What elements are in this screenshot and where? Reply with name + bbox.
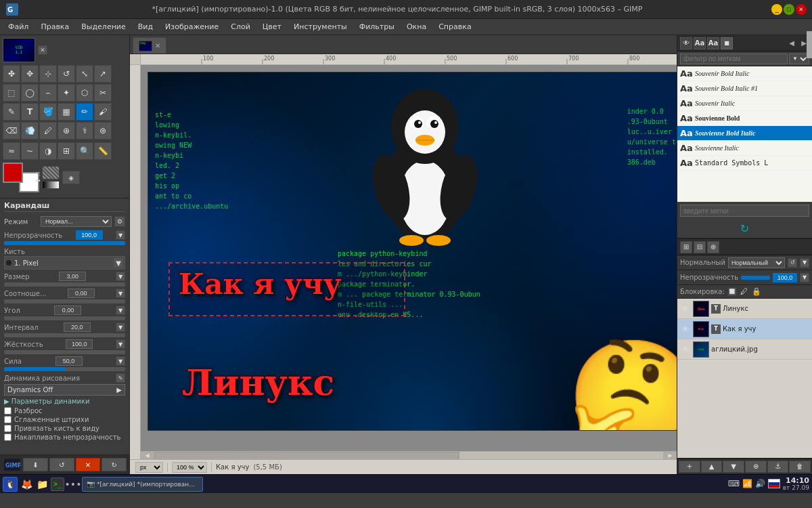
font-item-5-selected[interactable]: Aa Souvienne Bold Italic	[677, 126, 812, 141]
font-item-6[interactable]: Aa Souvienne Italic	[677, 141, 812, 156]
tool-ellipse-select[interactable]: ◯	[21, 84, 39, 102]
tool-blur[interactable]: ≈	[3, 142, 20, 160]
cb-attach[interactable]	[4, 425, 12, 432]
tray-icon-keyboard[interactable]: ⌨	[727, 479, 739, 488]
layer-opacity-btn[interactable]: ▼	[800, 273, 809, 282]
menu-layer[interactable]: Слой	[225, 21, 256, 33]
tool-eraser[interactable]: ⌫	[3, 122, 20, 140]
tool-scissors[interactable]: ✂	[94, 84, 112, 102]
taskbar-icon-terminal[interactable]: >_	[51, 478, 64, 491]
tool-fuzzy-select[interactable]: ✦	[58, 84, 75, 102]
ratio-btn[interactable]: ▼	[116, 289, 125, 298]
tool-airbrush[interactable]: 💨	[21, 122, 39, 140]
image-thumbnail[interactable]: VID1.1	[3, 38, 35, 62]
nav-btn-delete[interactable]: ✕	[76, 458, 101, 471]
close-button[interactable]: ✕	[796, 4, 807, 15]
menu-windows[interactable]: Окна	[401, 21, 432, 33]
nav-btn-3[interactable]: ↻	[102, 458, 127, 471]
layer-item-1[interactable]: 👁 Лин T Линукс	[677, 299, 812, 319]
font-item-2[interactable]: Aa Souvenir Bold Italic #1	[677, 81, 812, 96]
tool-dodge[interactable]: ◑	[39, 142, 57, 160]
tool-bucket[interactable]: 🪣	[39, 103, 57, 121]
swap-colors-icon[interactable]: ↔	[35, 177, 41, 184]
mode-extra-btn[interactable]: ⚙	[114, 216, 125, 227]
layer-raise-btn[interactable]: ▲	[701, 461, 723, 473]
reset-colors-icon[interactable]: ⬚	[35, 171, 41, 177]
nav-btn-2[interactable]: ↺	[49, 458, 74, 471]
tool-by-color[interactable]: ⬡	[76, 84, 93, 102]
menu-help[interactable]: Справка	[433, 21, 476, 33]
maximize-button[interactable]: □	[784, 4, 794, 15]
lock-icon-1[interactable]: 🔲	[727, 287, 737, 297]
lock-icon-3[interactable]: 🔒	[752, 287, 761, 297]
force-btn[interactable]: ▼	[116, 356, 125, 366]
menu-image[interactable]: Изображение	[160, 21, 224, 33]
tool-paths[interactable]: ✎	[3, 103, 20, 121]
thumbnail-close[interactable]: ✕	[38, 45, 47, 55]
refresh-btn[interactable]: ↻	[740, 222, 749, 235]
active-pattern[interactable]	[42, 166, 60, 179]
layer-eye-3[interactable]: 👁	[680, 344, 691, 355]
layer-mode-btn2[interactable]: ▼	[800, 258, 809, 268]
mode-select[interactable]: Нормал...	[41, 216, 112, 227]
unit-select[interactable]: px mm	[135, 462, 163, 473]
nav-btn-1[interactable]: ⬇	[23, 458, 48, 471]
layer-mode-btn[interactable]: ↺	[788, 258, 797, 268]
angle-input[interactable]	[54, 305, 81, 315]
tool-crop[interactable]: ⊹	[39, 65, 57, 83]
tag-input[interactable]	[680, 205, 809, 217]
layers-icon-1[interactable]: ⊞	[680, 241, 692, 253]
start-button[interactable]: 🐧	[3, 477, 18, 492]
layer-opacity-input[interactable]	[773, 273, 797, 282]
layers-icon-3[interactable]: ⊕	[707, 241, 719, 253]
tray-icon-volume[interactable]: 🔊	[755, 479, 765, 488]
menu-view[interactable]: Вид	[133, 21, 158, 33]
font-item-3[interactable]: Aa Souvenir Italic	[677, 96, 812, 111]
tool-extra-1[interactable]: ◈	[62, 171, 80, 184]
size-btn[interactable]: ▼	[116, 272, 125, 281]
tool-pencil[interactable]: ✏	[76, 103, 93, 121]
tray-icon-flag[interactable]	[768, 479, 780, 488]
tool-measure[interactable]: 📏	[94, 142, 112, 160]
canvas-work-area[interactable]: st-e lowing n-keybil. owing NEW n-keybi …	[141, 65, 677, 459]
menu-tools[interactable]: Инструменты	[288, 21, 353, 33]
tool-blend[interactable]: ▦	[58, 103, 75, 121]
size-input[interactable]: 3,00	[59, 272, 86, 281]
tool-lasso[interactable]: ⌢	[39, 84, 57, 102]
tab-close[interactable]: ✕	[155, 42, 160, 49]
menu-color[interactable]: Цвет	[257, 21, 287, 33]
brush-picker-icon[interactable]: ▼	[114, 258, 123, 268]
tool-move[interactable]: ✥	[21, 65, 39, 83]
dynamics-edit-btn[interactable]: ✎	[116, 373, 125, 383]
tool-perspective[interactable]: ⊛	[94, 122, 112, 140]
menu-edit[interactable]: Правка	[35, 21, 74, 33]
tool-clone[interactable]: ⊕	[58, 122, 75, 140]
layer-duplicate-btn[interactable]: ⊕	[745, 461, 767, 473]
panel-icon-arrow-left[interactable]: ◀	[786, 38, 797, 49]
font-filter-input[interactable]	[680, 54, 788, 64]
tool-rect-select[interactable]: ⬚	[3, 84, 20, 102]
lock-icon-2[interactable]: 🖊	[740, 287, 749, 297]
menu-file[interactable]: Файл	[3, 21, 34, 33]
panel-icon-aa2[interactable]: Aa	[707, 37, 719, 49]
layer-eye-1[interactable]: 👁	[680, 303, 691, 314]
hardness-input[interactable]	[66, 339, 93, 349]
layer-delete-btn[interactable]: 🗑	[789, 461, 811, 473]
taskbar-icon-files[interactable]: 📁	[35, 478, 49, 491]
image-tab[interactable]: img ✕	[133, 37, 166, 54]
menu-filters[interactable]: Фильтры	[354, 21, 400, 33]
layer-mode-select[interactable]: Нормальный	[728, 257, 785, 268]
taskbar-icon-dots[interactable]: •••	[66, 478, 80, 491]
layer-item-2[interactable]: 👁 Как T Как я учу	[677, 319, 812, 339]
panel-icon-eye[interactable]: 👁	[680, 37, 692, 49]
active-gradient[interactable]	[42, 181, 60, 189]
hardness-btn[interactable]: ▼	[116, 339, 125, 349]
force-input[interactable]	[55, 356, 83, 366]
dynamics-params-toggle[interactable]: ▶ Параметры динамики	[4, 398, 125, 405]
tool-zoom[interactable]: 🔍	[76, 142, 93, 160]
minimize-button[interactable]: _	[771, 4, 782, 15]
layer-lower-btn[interactable]: ▼	[723, 461, 744, 473]
font-item-7[interactable]: Aa Standard Symbols L	[677, 156, 812, 171]
layers-icon-2[interactable]: ⊟	[694, 241, 706, 253]
tool-text[interactable]: T	[21, 103, 39, 121]
